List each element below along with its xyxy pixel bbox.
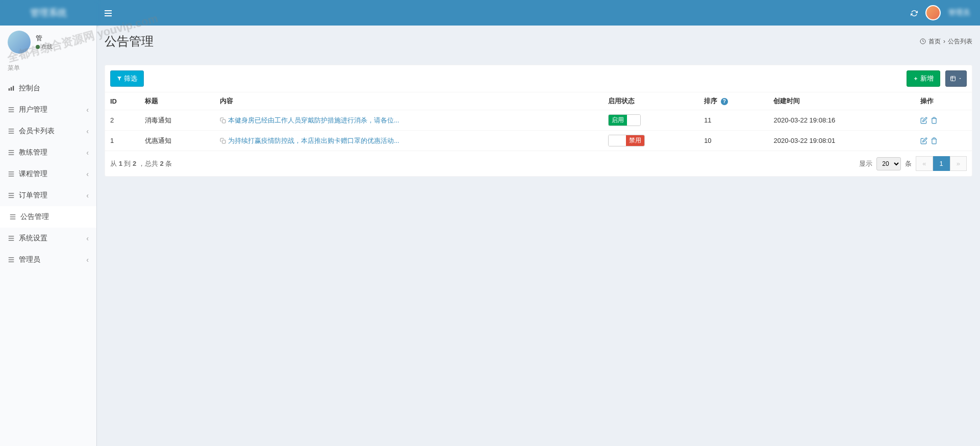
caret-down-icon	[958, 77, 962, 81]
cell-title: 消毒通知	[140, 110, 215, 131]
th-content[interactable]: 内容	[215, 92, 603, 110]
svg-rect-25	[9, 238, 14, 238]
svg-rect-18	[9, 193, 14, 193]
pagination: « 1 »	[916, 156, 967, 171]
svg-rect-26	[9, 240, 14, 241]
th-sort[interactable]: 排序 ?	[699, 92, 768, 110]
svg-rect-13	[9, 152, 14, 153]
filter-button[interactable]: 筛选	[110, 70, 144, 87]
cell-content: 为持续打赢疫情防控战，本店推出购卡赠口罩的优惠活动...	[215, 131, 603, 151]
svg-rect-6	[9, 107, 14, 108]
edit-button[interactable]	[920, 137, 927, 145]
cell-action	[915, 131, 972, 151]
cell-sort: 10	[699, 131, 768, 151]
page-size-select[interactable]: 20	[876, 157, 901, 170]
chevron-left-icon: ‹	[86, 106, 89, 114]
nav-right: 管理员	[911, 5, 980, 20]
sidebar-item-0[interactable]: 控制台	[0, 78, 96, 99]
svg-rect-5	[13, 86, 14, 90]
content-wrapper: 公告管理 首页 › 公告列表 筛选 新增	[97, 26, 980, 446]
content: 筛选 新增 ID 标题	[97, 57, 980, 194]
help-icon[interactable]: ?	[721, 98, 728, 105]
sidebar-item-3[interactable]: 教练管理‹	[0, 142, 96, 163]
page-next-button[interactable]: »	[950, 156, 967, 171]
content-link[interactable]: 本健身房已经由工作人员穿戴防护措施进行消杀，请各位...	[220, 116, 598, 125]
menu-list: 控制台用户管理‹会员卡列表‹教练管理‹课程管理‹订单管理‹公告管理系统设置‹管理…	[0, 78, 96, 270]
user-status: 在线	[36, 43, 53, 51]
show-label: 显示	[859, 159, 872, 168]
sidebar-item-label: 公告管理	[20, 212, 49, 221]
logo[interactable]: 管理系统	[0, 0, 97, 26]
delete-button[interactable]	[931, 116, 938, 125]
user-status-text: 在线	[41, 43, 53, 51]
list-icon	[8, 256, 15, 263]
username-top[interactable]: 管理员	[948, 8, 970, 17]
svg-rect-35	[222, 140, 225, 143]
svg-rect-27	[9, 257, 14, 258]
content-link[interactable]: 为持续打赢疫情防控战，本店推出购卡赠口罩的优惠活动...	[220, 136, 598, 145]
bar-chart-icon	[8, 85, 15, 92]
svg-rect-7	[9, 109, 14, 110]
cell-status: 禁用	[603, 131, 699, 151]
nav-toggle-button[interactable]	[97, 9, 119, 17]
svg-rect-29	[9, 262, 14, 262]
grid-toggle-button[interactable]	[945, 70, 967, 87]
sidebar-item-2[interactable]: 会员卡列表‹	[0, 120, 96, 142]
breadcrumb-home[interactable]: 首页	[928, 37, 941, 46]
th-status[interactable]: 启用状态	[603, 92, 699, 110]
list-icon	[8, 149, 15, 156]
th-created[interactable]: 创建时间	[768, 92, 915, 110]
svg-rect-19	[9, 195, 14, 195]
page-prev-button[interactable]: «	[916, 156, 933, 171]
table-row: 2消毒通知本健身房已经由工作人员穿戴防护措施进行消杀，请各位...启用 1120…	[105, 110, 972, 131]
status-switch[interactable]: 启用	[608, 114, 641, 126]
dashboard-icon	[920, 38, 926, 44]
cell-created: 2020-03-22 19:08:16	[768, 110, 915, 131]
sidebar-item-8[interactable]: 管理员‹	[0, 249, 96, 270]
sidebar-item-6[interactable]: 公告管理	[0, 206, 96, 228]
chevron-left-icon: ‹	[86, 191, 89, 200]
chevron-left-icon: ‹	[86, 256, 89, 264]
cell-id: 1	[105, 131, 140, 151]
svg-rect-24	[9, 236, 14, 236]
top-header: 管理系统 管理员	[0, 0, 980, 26]
th-title[interactable]: 标题	[140, 92, 215, 110]
th-sort-label: 排序	[704, 97, 717, 105]
user-name-label: 管	[36, 34, 53, 43]
cell-status: 启用	[603, 110, 699, 131]
edit-icon	[920, 117, 927, 124]
svg-rect-3	[9, 88, 10, 91]
breadcrumb-current: 公告列表	[948, 37, 972, 46]
sidebar-item-label: 用户管理	[19, 105, 47, 114]
svg-rect-15	[9, 171, 14, 172]
page-title: 公告管理	[105, 33, 154, 49]
cell-created: 2020-03-22 19:08:01	[768, 131, 915, 151]
content-header: 公告管理 首页 › 公告列表	[97, 26, 980, 57]
svg-rect-0	[105, 10, 112, 11]
sidebar-item-1[interactable]: 用户管理‹	[0, 99, 96, 120]
svg-rect-28	[9, 259, 14, 260]
sidebar-item-4[interactable]: 课程管理‹	[0, 163, 96, 185]
list-icon	[8, 235, 15, 242]
sidebar-item-7[interactable]: 系统设置‹	[0, 228, 96, 249]
svg-rect-4	[11, 87, 12, 91]
sidebar-item-label: 订单管理	[19, 191, 47, 200]
refresh-icon	[911, 10, 918, 17]
box-footer: 从 1 到 2 ，总共 2 条 显示 20 条 « 1	[105, 151, 972, 176]
page-current-button[interactable]: 1	[933, 156, 950, 171]
refresh-button[interactable]	[911, 9, 918, 17]
user-avatar-top[interactable]	[925, 5, 941, 20]
list-icon	[8, 170, 15, 178]
box-header: 筛选 新增	[105, 65, 972, 92]
add-button[interactable]: 新增	[907, 70, 940, 87]
svg-rect-1	[105, 13, 112, 14]
filter-icon	[117, 76, 122, 81]
breadcrumb-separator: ›	[943, 38, 945, 45]
user-panel: 管 在线	[0, 26, 96, 59]
svg-rect-8	[9, 112, 14, 112]
delete-button[interactable]	[931, 137, 938, 145]
sidebar-item-5[interactable]: 订单管理‹	[0, 185, 96, 206]
status-switch[interactable]: 禁用	[608, 135, 645, 146]
th-id[interactable]: ID	[105, 92, 140, 110]
edit-button[interactable]	[920, 116, 927, 125]
